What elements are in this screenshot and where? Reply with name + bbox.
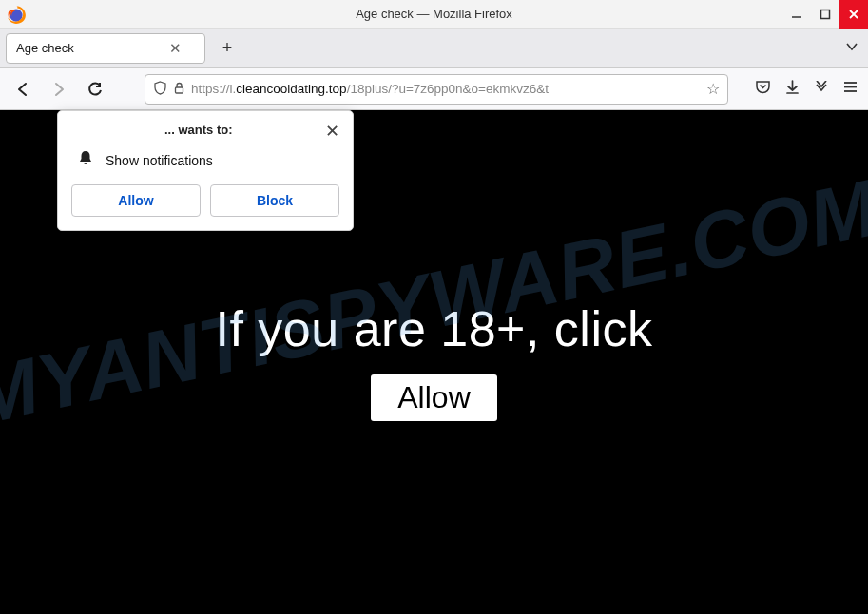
window-title: Age check — Mozilla Firefox (356, 7, 512, 21)
new-tab-button[interactable]: + (215, 36, 240, 61)
downloads-icon[interactable] (784, 79, 800, 99)
pocket-icon[interactable] (755, 79, 771, 99)
tab-label: Age check (16, 41, 74, 55)
minimize-button[interactable] (782, 0, 811, 29)
page-allow-button[interactable]: Allow (371, 374, 496, 421)
bookmark-star-icon[interactable]: ☆ (706, 80, 720, 98)
shield-icon[interactable] (153, 81, 167, 98)
age-headline: If you are 18+, click (0, 300, 868, 357)
tab-bar: Age check ✕ + (0, 29, 868, 68)
window-titlebar: Age check — Mozilla Firefox (0, 0, 868, 29)
tab-active[interactable]: Age check ✕ (6, 33, 205, 64)
bell-icon (77, 149, 94, 171)
firefox-icon (6, 4, 27, 25)
toolbar-right (755, 79, 858, 99)
popup-allow-button[interactable]: Allow (71, 184, 201, 217)
window-controls (782, 0, 868, 29)
svg-rect-2 (821, 10, 830, 19)
tabs-dropdown-icon[interactable] (845, 40, 858, 57)
notification-popup: ... wants to: ✕ Show notifications Allow… (57, 110, 354, 231)
popup-block-button[interactable]: Block (210, 184, 339, 217)
svg-rect-5 (176, 87, 183, 93)
popup-close-icon[interactable]: ✕ (325, 123, 339, 140)
nav-bar: https://i.cleancooldating.top/18plus/?u=… (0, 68, 868, 110)
maximize-button[interactable] (811, 0, 839, 29)
close-button[interactable] (839, 0, 868, 29)
back-button[interactable] (10, 76, 36, 103)
url-bar[interactable]: https://i.cleancooldating.top/18plus/?u=… (145, 74, 728, 105)
forward-button[interactable] (46, 76, 72, 103)
overflow-icon[interactable] (814, 81, 829, 98)
notification-origin-label: ... wants to: (164, 123, 233, 137)
permission-label: Show notifications (106, 153, 213, 168)
tab-close-icon[interactable]: ✕ (169, 40, 182, 57)
url-text: https://i.cleancooldating.top/18plus/?u=… (191, 82, 697, 96)
lock-icon[interactable] (173, 82, 185, 97)
reload-button[interactable] (82, 76, 108, 103)
age-check-block: If you are 18+, click Allow (0, 300, 868, 421)
menu-icon[interactable] (842, 79, 858, 99)
